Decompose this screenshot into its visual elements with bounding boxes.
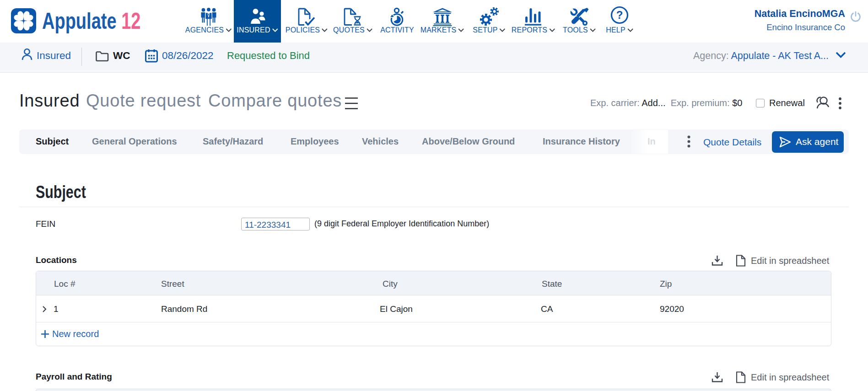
svg-text:?: ?: [616, 9, 623, 21]
